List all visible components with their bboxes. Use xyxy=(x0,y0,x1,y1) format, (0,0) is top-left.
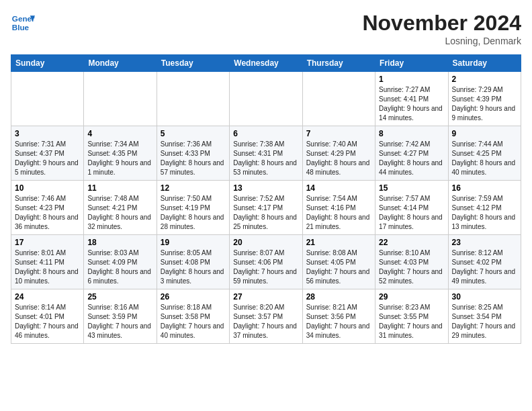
day-info: Sunrise: 7:44 AM Sunset: 4:25 PM Dayligh… xyxy=(452,140,517,177)
day-info: Sunrise: 8:25 AM Sunset: 3:54 PM Dayligh… xyxy=(452,303,517,340)
calendar-cell: 20Sunrise: 8:07 AM Sunset: 4:06 PM Dayli… xyxy=(230,235,302,289)
day-number: 14 xyxy=(306,183,371,193)
calendar-cell: 9Sunrise: 7:44 AM Sunset: 4:25 PM Daylig… xyxy=(448,126,521,181)
calendar-cell: 1Sunrise: 7:27 AM Sunset: 4:41 PM Daylig… xyxy=(375,72,448,126)
day-number: 19 xyxy=(161,238,226,247)
day-info: Sunrise: 7:46 AM Sunset: 4:23 PM Dayligh… xyxy=(15,194,80,232)
calendar-cell: 7Sunrise: 7:40 AM Sunset: 4:29 PM Daylig… xyxy=(302,126,375,181)
day-number: 4 xyxy=(87,129,152,138)
weekday-header: Thursday xyxy=(302,55,375,72)
calendar-week-row: 3Sunrise: 7:31 AM Sunset: 4:37 PM Daylig… xyxy=(11,126,521,181)
day-info: Sunrise: 8:07 AM Sunset: 4:06 PM Dayligh… xyxy=(233,248,298,286)
calendar-cell: 17Sunrise: 8:01 AM Sunset: 4:11 PM Dayli… xyxy=(11,235,84,289)
day-number: 17 xyxy=(15,238,80,247)
calendar-header-row: SundayMondayTuesdayWednesdayThursdayFrid… xyxy=(11,55,521,72)
calendar-cell: 12Sunrise: 7:50 AM Sunset: 4:19 PM Dayli… xyxy=(157,181,229,235)
day-info: Sunrise: 8:18 AM Sunset: 3:58 PM Dayligh… xyxy=(161,303,226,340)
day-number: 21 xyxy=(306,238,371,247)
day-number: 8 xyxy=(379,129,444,138)
day-info: Sunrise: 8:05 AM Sunset: 4:08 PM Dayligh… xyxy=(161,248,226,286)
day-number: 3 xyxy=(15,129,80,138)
day-number: 16 xyxy=(452,183,517,193)
day-info: Sunrise: 7:34 AM Sunset: 4:35 PM Dayligh… xyxy=(87,140,152,177)
calendar-cell: 3Sunrise: 7:31 AM Sunset: 4:37 PM Daylig… xyxy=(11,126,84,181)
logo-icon: General Blue xyxy=(11,11,35,35)
calendar-cell: 29Sunrise: 8:23 AM Sunset: 3:55 PM Dayli… xyxy=(375,289,448,344)
calendar-cell: 4Sunrise: 7:34 AM Sunset: 4:35 PM Daylig… xyxy=(84,126,157,181)
day-number: 7 xyxy=(306,129,371,138)
weekday-header: Wednesday xyxy=(230,55,302,72)
weekday-header: Sunday xyxy=(11,55,84,72)
day-info: Sunrise: 8:10 AM Sunset: 4:03 PM Dayligh… xyxy=(379,248,444,286)
calendar-cell: 23Sunrise: 8:12 AM Sunset: 4:02 PM Dayli… xyxy=(448,235,521,289)
calendar-cell: 16Sunrise: 7:59 AM Sunset: 4:12 PM Dayli… xyxy=(448,181,521,235)
calendar-cell: 10Sunrise: 7:46 AM Sunset: 4:23 PM Dayli… xyxy=(11,181,84,235)
svg-text:Blue: Blue xyxy=(12,23,30,32)
day-number: 11 xyxy=(87,183,152,193)
day-number: 23 xyxy=(452,238,517,247)
day-info: Sunrise: 7:54 AM Sunset: 4:16 PM Dayligh… xyxy=(306,194,371,232)
calendar-cell: 18Sunrise: 8:03 AM Sunset: 4:09 PM Dayli… xyxy=(84,235,157,289)
calendar-table: SundayMondayTuesdayWednesdayThursdayFrid… xyxy=(11,54,521,344)
calendar-cell: 14Sunrise: 7:54 AM Sunset: 4:16 PM Dayli… xyxy=(302,181,375,235)
day-info: Sunrise: 8:20 AM Sunset: 3:57 PM Dayligh… xyxy=(233,303,298,340)
calendar-week-row: 10Sunrise: 7:46 AM Sunset: 4:23 PM Dayli… xyxy=(11,181,521,235)
day-number: 2 xyxy=(452,75,517,84)
calendar-cell: 2Sunrise: 7:29 AM Sunset: 4:39 PM Daylig… xyxy=(448,72,521,126)
day-number: 28 xyxy=(306,292,371,302)
day-info: Sunrise: 8:21 AM Sunset: 3:56 PM Dayligh… xyxy=(306,303,371,340)
day-info: Sunrise: 7:42 AM Sunset: 4:27 PM Dayligh… xyxy=(379,140,444,177)
day-number: 30 xyxy=(452,292,517,302)
day-info: Sunrise: 8:16 AM Sunset: 3:59 PM Dayligh… xyxy=(87,303,152,340)
calendar-cell: 8Sunrise: 7:42 AM Sunset: 4:27 PM Daylig… xyxy=(375,126,448,181)
calendar-cell: 11Sunrise: 7:48 AM Sunset: 4:21 PM Dayli… xyxy=(84,181,157,235)
day-number: 9 xyxy=(452,129,517,138)
day-info: Sunrise: 7:50 AM Sunset: 4:19 PM Dayligh… xyxy=(161,194,226,232)
day-info: Sunrise: 7:27 AM Sunset: 4:41 PM Dayligh… xyxy=(379,85,444,123)
day-number: 27 xyxy=(233,292,298,302)
day-info: Sunrise: 8:01 AM Sunset: 4:11 PM Dayligh… xyxy=(15,248,80,286)
day-info: Sunrise: 8:23 AM Sunset: 3:55 PM Dayligh… xyxy=(379,303,444,340)
calendar-cell: 21Sunrise: 8:08 AM Sunset: 4:05 PM Dayli… xyxy=(302,235,375,289)
calendar-cell: 5Sunrise: 7:36 AM Sunset: 4:33 PM Daylig… xyxy=(157,126,229,181)
day-number: 20 xyxy=(233,238,298,247)
calendar-cell xyxy=(230,72,302,126)
day-info: Sunrise: 7:52 AM Sunset: 4:17 PM Dayligh… xyxy=(233,194,298,232)
day-number: 29 xyxy=(379,292,444,302)
weekday-header: Monday xyxy=(84,55,157,72)
calendar-cell: 24Sunrise: 8:14 AM Sunset: 4:01 PM Dayli… xyxy=(11,289,84,344)
calendar-cell: 26Sunrise: 8:18 AM Sunset: 3:58 PM Dayli… xyxy=(157,289,229,344)
day-info: Sunrise: 7:57 AM Sunset: 4:14 PM Dayligh… xyxy=(379,194,444,232)
title-block: November 2024 Losning, Denmark xyxy=(362,11,521,46)
calendar-cell: 22Sunrise: 8:10 AM Sunset: 4:03 PM Dayli… xyxy=(375,235,448,289)
calendar-cell xyxy=(302,72,375,126)
day-info: Sunrise: 7:36 AM Sunset: 4:33 PM Dayligh… xyxy=(161,140,226,177)
day-number: 1 xyxy=(379,75,444,84)
calendar-cell: 15Sunrise: 7:57 AM Sunset: 4:14 PM Dayli… xyxy=(375,181,448,235)
calendar-week-row: 24Sunrise: 8:14 AM Sunset: 4:01 PM Dayli… xyxy=(11,289,521,344)
day-info: Sunrise: 7:59 AM Sunset: 4:12 PM Dayligh… xyxy=(452,194,517,232)
calendar-cell: 25Sunrise: 8:16 AM Sunset: 3:59 PM Dayli… xyxy=(84,289,157,344)
day-number: 18 xyxy=(87,238,152,247)
day-info: Sunrise: 7:48 AM Sunset: 4:21 PM Dayligh… xyxy=(87,194,152,232)
weekday-header: Tuesday xyxy=(157,55,229,72)
calendar-cell: 27Sunrise: 8:20 AM Sunset: 3:57 PM Dayli… xyxy=(230,289,302,344)
calendar-cell: 6Sunrise: 7:38 AM Sunset: 4:31 PM Daylig… xyxy=(230,126,302,181)
day-info: Sunrise: 7:38 AM Sunset: 4:31 PM Dayligh… xyxy=(233,140,298,177)
calendar-week-row: 17Sunrise: 8:01 AM Sunset: 4:11 PM Dayli… xyxy=(11,235,521,289)
calendar-week-row: 1Sunrise: 7:27 AM Sunset: 4:41 PM Daylig… xyxy=(11,72,521,126)
weekday-header: Saturday xyxy=(448,55,521,72)
day-number: 10 xyxy=(15,183,80,193)
day-number: 5 xyxy=(161,129,226,138)
day-info: Sunrise: 8:03 AM Sunset: 4:09 PM Dayligh… xyxy=(87,248,152,286)
calendar-cell xyxy=(157,72,229,126)
calendar-cell: 28Sunrise: 8:21 AM Sunset: 3:56 PM Dayli… xyxy=(302,289,375,344)
calendar-cell: 30Sunrise: 8:25 AM Sunset: 3:54 PM Dayli… xyxy=(448,289,521,344)
day-info: Sunrise: 7:40 AM Sunset: 4:29 PM Dayligh… xyxy=(306,140,371,177)
calendar-cell xyxy=(11,72,84,126)
day-number: 22 xyxy=(379,238,444,247)
day-info: Sunrise: 8:14 AM Sunset: 4:01 PM Dayligh… xyxy=(15,303,80,340)
calendar-cell xyxy=(84,72,157,126)
day-info: Sunrise: 7:31 AM Sunset: 4:37 PM Dayligh… xyxy=(15,140,80,177)
day-number: 6 xyxy=(233,129,298,138)
